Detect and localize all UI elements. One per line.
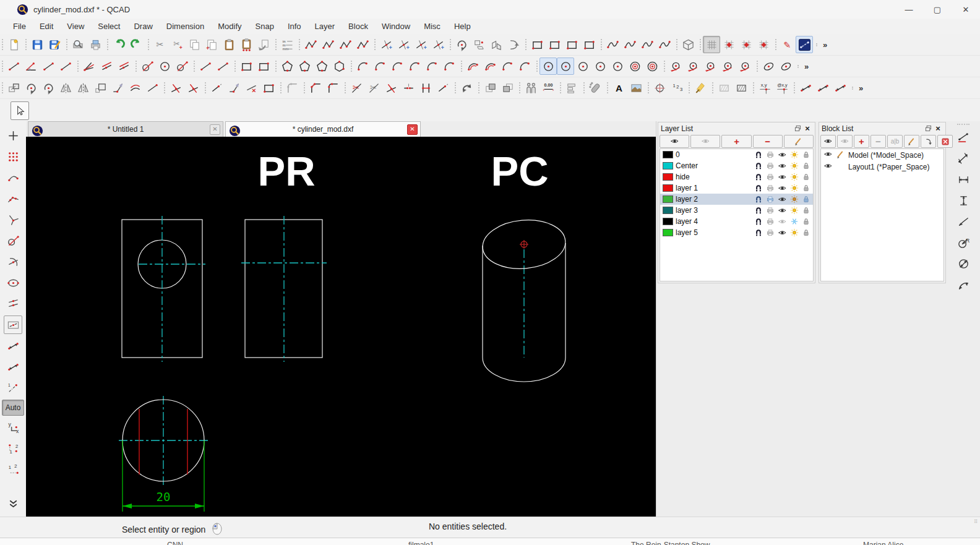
viewport-col-icon-button[interactable]: [580, 36, 598, 53]
layer-snap-magnet-icon[interactable]: [754, 173, 763, 182]
viewport-pair-icon-button[interactable]: [546, 36, 563, 53]
image-icon-button[interactable]: [627, 79, 645, 97]
scale-icon-button[interactable]: [92, 79, 109, 97]
offset-icon-button[interactable]: [126, 79, 144, 97]
explode-icon-button[interactable]: [692, 79, 709, 97]
edit-layer-button[interactable]: [784, 135, 814, 148]
arc-2-points-length-icon-button[interactable]: [423, 58, 441, 75]
node-append-icon-button[interactable]: +: [395, 36, 412, 53]
snap-intersection-icon-button[interactable]: [4, 252, 22, 271]
layer-list-float-button[interactable]: [793, 124, 802, 133]
snap-on-entity-icon-button[interactable]: [4, 189, 22, 208]
block-visibility-eye-icon[interactable]: [823, 150, 833, 161]
layer-lock-icon[interactable]: [802, 217, 810, 226]
menu-edit[interactable]: Edit: [33, 20, 60, 33]
circle-concentric-distance-icon-button[interactable]: [643, 58, 661, 75]
grid-isometric-icon-button[interactable]: [720, 36, 737, 53]
trim-icon-button[interactable]: [167, 79, 184, 97]
paste-icon-button[interactable]: [220, 36, 238, 53]
circle-tangent-line-point-icon-button[interactable]: [719, 58, 736, 75]
join-segments-icon-button[interactable]: [417, 79, 434, 97]
screen-linetypes-icon-button[interactable]: [796, 36, 813, 53]
layer-visibility-eye-icon[interactable]: [778, 206, 787, 215]
layer-lock-icon[interactable]: [802, 184, 810, 193]
dim-angular-icon-button[interactable]: [953, 275, 973, 294]
polygon-hexagon-icon-button[interactable]: [330, 58, 348, 75]
distance-point-entity-icon-button[interactable]: [814, 79, 832, 97]
copy-with-reference-icon-button[interactable]: +: [203, 36, 220, 53]
dim-horizontal-icon-button[interactable]: [953, 170, 973, 189]
layer-row-layer-3[interactable]: layer 3: [660, 205, 813, 216]
pointer-tool-button[interactable]: [11, 101, 29, 120]
point-icon-button[interactable]: [651, 79, 668, 97]
layer-row-hide[interactable]: hide: [660, 171, 813, 182]
snap-free-icon-button[interactable]: [4, 126, 22, 145]
layer-print-icon[interactable]: [766, 184, 775, 193]
spline-draw-icon-button[interactable]: [604, 36, 621, 53]
line-parallel-icon-button[interactable]: [115, 58, 132, 75]
snap-center-icon-button[interactable]: [4, 273, 22, 292]
rectangle-size-icon-button[interactable]: [255, 58, 272, 75]
arc-concentric-icon-button[interactable]: [464, 58, 481, 75]
block-row[interactable]: Layout1 (*Paper_Space): [821, 161, 943, 173]
block-row[interactable]: Model (*Model_Space): [821, 149, 943, 161]
layer-snap-magnet-icon[interactable]: [754, 206, 763, 215]
distance-point-point-icon-button[interactable]: [797, 79, 814, 97]
maximize-button[interactable]: ▢: [923, 0, 952, 19]
line-2-points-icon-button[interactable]: [5, 58, 22, 75]
snap-endpoints-icon-button[interactable]: [4, 168, 22, 187]
lengthen-icon-button[interactable]: [208, 79, 225, 97]
bevel-icon-button[interactable]: [307, 79, 324, 97]
layer-row-layer-1[interactable]: layer 1: [660, 182, 813, 194]
divide-icon-button[interactable]: ✂: [348, 79, 365, 97]
show-all-layers-button[interactable]: [660, 135, 689, 148]
minimize-button[interactable]: —: [895, 0, 923, 19]
layer-snap-magnet-icon[interactable]: [754, 150, 763, 160]
insert-block-button[interactable]: [921, 135, 936, 148]
menu-file[interactable]: File: [6, 20, 33, 33]
line-orthogonal-icon-button[interactable]: [197, 58, 214, 75]
snap-auto-button[interactable]: Auto: [2, 400, 24, 416]
layer-print-icon[interactable]: [766, 228, 775, 238]
mirror-icon-button[interactable]: [57, 79, 74, 97]
redo-icon-button[interactable]: [127, 36, 145, 53]
layer-visibility-eye-icon[interactable]: [778, 150, 787, 160]
menu-layer[interactable]: Layer: [308, 20, 342, 33]
layer-snap-magnet-icon[interactable]: [754, 184, 763, 193]
spline-node-delete-icon-button[interactable]: [656, 36, 673, 53]
circle-tangent-2-radius-icon-button[interactable]: [684, 58, 702, 75]
ellipse-foci-icon-button[interactable]: [777, 58, 794, 75]
arc-3-points-icon-button[interactable]: [371, 58, 389, 75]
menu-block[interactable]: Block: [342, 20, 375, 33]
rotate-icon-button[interactable]: [22, 79, 40, 97]
delete-between-icon-button[interactable]: ×: [243, 79, 260, 97]
snap-middle-icon-button[interactable]: [4, 294, 22, 313]
paste-with-reference-icon-button[interactable]: [238, 36, 255, 53]
snap-coordinate-cartesian-icon-button[interactable]: yx: [4, 418, 22, 437]
menu-window[interactable]: Window: [375, 20, 417, 33]
polygon-center-side-icon-button[interactable]: [296, 58, 313, 75]
document-tab-2[interactable]: * cylinder_mod.dxf✕: [225, 121, 421, 137]
line-vertical-icon-button[interactable]: [57, 58, 74, 75]
menu-misc[interactable]: Misc: [417, 20, 447, 33]
round-icon-button[interactable]: [324, 79, 342, 97]
menu-info[interactable]: Info: [281, 20, 308, 33]
snap-perpendicular-icon-button[interactable]: [4, 210, 22, 229]
order-to-front-icon-button[interactable]: [481, 79, 499, 97]
circle-tangent-3-icon-button[interactable]: [702, 58, 719, 75]
layer-list-close-button[interactable]: ×: [802, 124, 812, 133]
layer-lock-icon[interactable]: [802, 173, 810, 182]
snap-relative-21-icon-button[interactable]: 12: [4, 460, 22, 479]
align-icon-button[interactable]: [563, 79, 580, 97]
line-tangent-point-icon-button[interactable]: [139, 58, 156, 75]
snap-grid-icon-button[interactable]: [4, 147, 22, 166]
layer-visibility-eye-icon[interactable]: [778, 195, 787, 204]
point-sequence-icon-button[interactable]: 123: [668, 79, 686, 97]
toolbar-overflow-button[interactable]: »: [820, 40, 830, 49]
undo-icon-button[interactable]: [110, 36, 127, 53]
line-horizontal-icon-button[interactable]: [40, 58, 57, 75]
layer-lock-icon[interactable]: [802, 228, 810, 238]
layer-print-icon[interactable]: [766, 206, 775, 215]
grid-isometric-right-icon-button[interactable]: [755, 36, 772, 53]
paste-along-entity-icon-button[interactable]: [255, 36, 272, 53]
